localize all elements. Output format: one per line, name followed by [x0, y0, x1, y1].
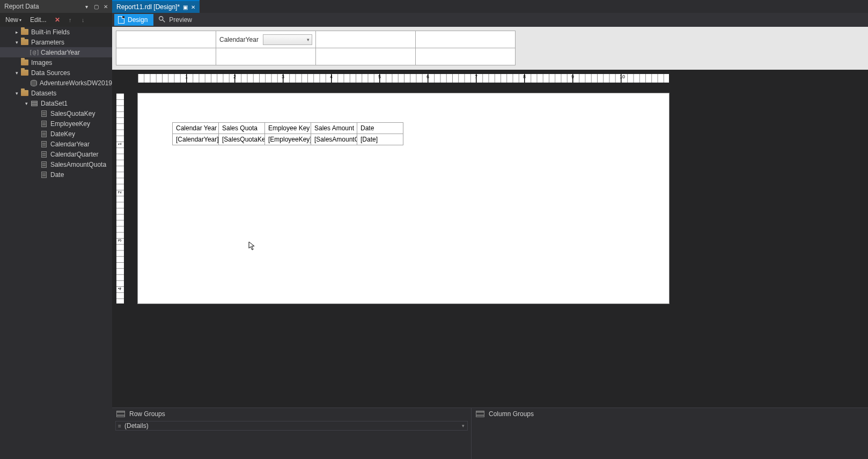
param-cell-empty[interactable] — [415, 31, 516, 48]
table-cell[interactable]: [EmployeeKey] — [265, 134, 311, 145]
preview-view-button[interactable]: Preview — [155, 14, 198, 26]
tree-label: Date — [50, 171, 64, 179]
tree-item[interactable]: ▾Parameters — [0, 37, 112, 47]
param-cell-empty[interactable] — [116, 48, 216, 65]
dropdown-icon[interactable]: ▾ — [82, 2, 91, 11]
report-page[interactable]: Calendar YearSales QuotaEmployee KeySale… — [138, 93, 669, 303]
tree-item[interactable]: Date — [0, 169, 112, 180]
main-area: Report11.rdl [Design]* ▣ ✕ Design Previe… — [112, 0, 868, 459]
tree-label: DateKey — [50, 130, 75, 138]
field-icon — [40, 161, 48, 168]
tree-item[interactable]: SalesQuotaKey — [0, 108, 112, 119]
field-icon — [40, 130, 48, 138]
table-header[interactable]: Sales Quota — [219, 123, 265, 134]
report-data-panel: Report Data ▾ ▢ ✕ New▾ Edit... ✕ ↑ ↓ ▸Bu… — [0, 0, 112, 459]
tree-label: Data Sources — [31, 69, 70, 77]
groups-panel: Row Groups ≡ (Details) ▾ Column Groups — [112, 408, 868, 459]
column-groups-icon — [476, 411, 484, 417]
tree-view[interactable]: ▸Built-in Fields▾Parameters[@]CalendarYe… — [0, 27, 112, 459]
table-cell[interactable]: [Date] — [357, 134, 403, 145]
pin-icon[interactable]: ▢ — [92, 2, 100, 11]
field-icon — [40, 171, 48, 179]
tree-label: Built-in Fields — [31, 28, 70, 36]
tree-item[interactable]: EmployeeKey — [0, 119, 112, 129]
view-toolbar: Design Preview — [112, 13, 868, 27]
param-cell-empty[interactable] — [216, 48, 316, 65]
tree-item[interactable]: Images — [0, 57, 112, 68]
table-header[interactable]: Date — [357, 123, 403, 134]
twisty-icon[interactable]: ▾ — [24, 101, 29, 106]
tree-item[interactable]: [@]CalendarYear — [0, 47, 112, 57]
param-cell-empty[interactable] — [315, 31, 416, 48]
field-icon — [40, 140, 48, 148]
row-groups-icon — [116, 411, 125, 417]
tree-label: EmployeeKey — [50, 120, 90, 128]
cursor-icon — [248, 241, 255, 251]
tree-item[interactable]: SalesAmountQuota — [0, 159, 112, 169]
param-cell-calendaryear[interactable]: CalendarYear — [216, 31, 316, 48]
svg-line-1 — [163, 19, 165, 21]
column-groups-title: Column Groups — [489, 410, 534, 418]
table-cell[interactable]: [SalesQuotaKey — [219, 134, 265, 145]
twisty-icon[interactable]: ▾ — [14, 70, 19, 76]
tree-label: Datasets — [31, 90, 56, 97]
tree-item[interactable]: AdventureWorksDW2019 — [0, 78, 112, 88]
tree-label: CalendarYear — [41, 49, 80, 56]
tree-label: CalendarYear — [50, 140, 90, 148]
new-button[interactable]: New▾ — [2, 15, 25, 25]
folder-icon — [20, 90, 29, 97]
folder-icon — [20, 69, 29, 77]
svg-point-0 — [159, 16, 163, 20]
db-icon — [30, 79, 38, 87]
document-tab[interactable]: Report11.rdl [Design]* ▣ ✕ — [112, 0, 200, 13]
param-dropdown[interactable] — [263, 34, 312, 45]
table-cell[interactable]: [SalesAmountQ — [311, 134, 357, 145]
move-up-icon[interactable]: ↑ — [65, 14, 76, 25]
close-icon[interactable]: ✕ — [101, 2, 110, 11]
twisty-icon[interactable]: ▾ — [14, 40, 19, 45]
folder-icon — [20, 28, 29, 36]
panel-header: Report Data ▾ ▢ ✕ — [0, 0, 112, 13]
tree-label: SalesAmountQuota — [50, 161, 106, 168]
param-cell-empty[interactable] — [116, 31, 216, 48]
tree-item[interactable]: CalendarQuarter — [0, 149, 112, 159]
tree-label: CalendarQuarter — [50, 151, 98, 158]
table-header[interactable]: Calendar Year — [173, 123, 219, 134]
delete-icon[interactable]: ✕ — [52, 14, 63, 25]
table-header[interactable]: Sales Amount — [311, 123, 357, 134]
design-surface[interactable]: 12345678910 1 2 3 4 Calendar YearSales Q… — [112, 70, 868, 408]
chevron-down-icon[interactable]: ▾ — [459, 423, 467, 428]
folder-icon — [20, 59, 29, 66]
tree-item[interactable]: ▾Data Sources — [0, 68, 112, 78]
param-cell-empty[interactable] — [315, 48, 416, 65]
details-group[interactable]: ≡ (Details) ▾ — [115, 421, 468, 431]
param-icon: [@] — [30, 49, 39, 56]
tree-item[interactable]: CalendarYear — [0, 139, 112, 149]
param-label: CalendarYear — [219, 36, 259, 43]
tree-item[interactable]: ▾DataSet1 — [0, 98, 112, 108]
panel-toolbar: New▾ Edit... ✕ ↑ ↓ — [0, 13, 112, 27]
tree-item[interactable]: ▾Datasets — [0, 88, 112, 98]
table-cell[interactable]: [CalendarYear] — [173, 134, 219, 145]
tree-label: Parameters — [31, 39, 64, 46]
panel-title: Report Data — [4, 3, 81, 10]
pin-tab-icon[interactable]: ▣ — [183, 4, 188, 10]
handle-icon: ≡ — [116, 423, 123, 429]
param-cell-empty[interactable] — [415, 48, 516, 65]
field-icon — [40, 151, 48, 158]
close-tab-icon[interactable]: ✕ — [191, 4, 195, 10]
report-table[interactable]: Calendar YearSales QuotaEmployee KeySale… — [172, 122, 403, 145]
move-down-icon[interactable]: ↓ — [78, 14, 89, 25]
twisty-icon[interactable]: ▸ — [14, 29, 19, 35]
edit-button[interactable]: Edit... — [27, 15, 50, 25]
design-view-button[interactable]: Design — [114, 14, 153, 26]
tree-label: AdventureWorksDW2019 — [40, 79, 112, 87]
tab-title: Report11.rdl [Design]* — [116, 3, 180, 11]
horizontal-ruler: 12345678910 — [138, 74, 669, 83]
twisty-icon[interactable]: ▾ — [14, 91, 19, 96]
tree-item[interactable]: DateKey — [0, 129, 112, 139]
tree-label: DataSet1 — [41, 100, 68, 107]
parameter-strip: CalendarYear — [112, 27, 868, 70]
table-header[interactable]: Employee Key — [265, 123, 311, 134]
tree-item[interactable]: ▸Built-in Fields — [0, 27, 112, 37]
